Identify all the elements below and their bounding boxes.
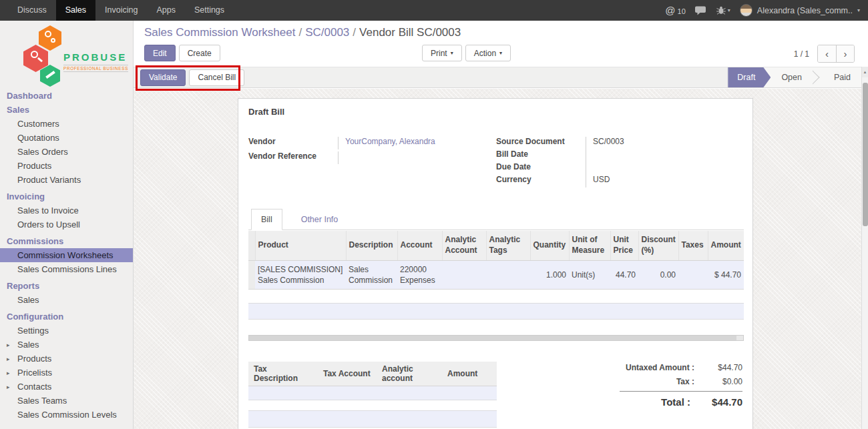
chat-bubble-icon xyxy=(695,6,707,15)
source-document-label: Source Document xyxy=(496,137,586,146)
gutter-column xyxy=(248,231,255,260)
create-button[interactable]: Create xyxy=(179,45,220,61)
menu-invoicing[interactable]: Invoicing xyxy=(95,0,147,21)
sidebar-item-dashboard[interactable]: Dashboard xyxy=(0,89,133,103)
debug-menu-button[interactable]: ▾ xyxy=(716,6,730,15)
sidebar-item-config-sales[interactable]: ▸Sales xyxy=(0,338,133,352)
col-analytic-tags: Analytic Tags xyxy=(486,231,530,260)
statusbar: Validate Cancel Bill Draft Open Paid xyxy=(134,67,861,88)
sidebar-item-customers[interactable]: Customers xyxy=(0,117,133,131)
chevron-left-icon: ‹ xyxy=(825,48,829,59)
sidebar-item-reports[interactable]: Reports xyxy=(0,279,133,293)
pager-previous-button[interactable]: ‹ xyxy=(818,45,836,62)
total-label: Total : xyxy=(661,396,690,408)
cell-product: [SALES COMMISSION] Sales Commission xyxy=(255,260,346,289)
tab-other-info[interactable]: Other Info xyxy=(292,209,348,230)
validate-button[interactable]: Validate xyxy=(140,69,186,86)
breadcrumb-separator: / xyxy=(298,26,302,39)
sidebar-item-configuration[interactable]: Configuration xyxy=(0,310,133,324)
user-menu[interactable]: Alexandra (Sales_comm.. ▾ xyxy=(740,4,860,17)
main-area: Sales Commission Worksheet/SC/0003/Vendo… xyxy=(134,21,868,429)
menu-discuss[interactable]: Discuss xyxy=(8,0,56,21)
pager-next-button[interactable]: › xyxy=(836,45,854,62)
vertical-scrollbar[interactable]: ▲ xyxy=(861,67,868,429)
sidebar-item-reports-sales[interactable]: Sales xyxy=(0,293,133,307)
col-tax-analytic-account: Analytic account xyxy=(377,362,442,386)
cell-analytic-account xyxy=(442,260,486,289)
sidebar-item-label: Pricelists xyxy=(17,368,52,378)
notebook-tabs: Bill Other Info xyxy=(248,209,744,230)
field-group-right: Source Document SC/0003 Bill Date Due Da… xyxy=(496,137,744,187)
action-dropdown-button[interactable]: Action▾ xyxy=(465,45,511,61)
caret-down-icon: ▾ xyxy=(499,50,502,56)
breadcrumb: Sales Commission Worksheet/SC/0003/Vendo… xyxy=(144,26,461,39)
sidebar-item-orders-to-upsell[interactable]: Orders to Upsell xyxy=(0,218,133,232)
row-gutter xyxy=(248,260,255,289)
vendor-value-link[interactable]: YourCompany, Alexandra xyxy=(338,137,482,149)
menu-apps[interactable]: Apps xyxy=(147,0,185,21)
source-document-value: SC/0003 xyxy=(586,137,744,149)
bill-date-label: Bill Date xyxy=(496,149,586,159)
status-draft[interactable]: Draft xyxy=(728,67,771,87)
col-unit-price: Unit Price xyxy=(610,231,638,260)
gear-icon xyxy=(51,38,55,43)
horizontal-scrollbar[interactable] xyxy=(248,335,744,341)
messages-button[interactable] xyxy=(695,6,707,15)
vendor-label: Vendor xyxy=(248,137,338,146)
sidebar-item-quotations[interactable]: Quotations xyxy=(0,131,133,145)
breadcrumb-worksheet-link[interactable]: Sales Commission Worksheet xyxy=(144,26,295,39)
menu-sales[interactable]: Sales xyxy=(56,0,95,21)
total-value: $44.70 xyxy=(690,396,742,408)
menu-settings[interactable]: Settings xyxy=(185,0,234,21)
chevron-separator-icon xyxy=(813,67,823,87)
sidebar-item-invoicing[interactable]: Invoicing xyxy=(0,189,133,203)
cell-unit-price: 44.70 xyxy=(610,260,638,289)
sidebar-item-label: Products xyxy=(17,354,51,364)
sidebar-item-sales[interactable]: Sales xyxy=(0,103,133,117)
form-view-background: Draft Bill Vendor YourCompany, Alexandra… xyxy=(134,89,861,429)
sidebar-item-config-products[interactable]: ▸Products xyxy=(0,352,133,366)
print-dropdown-button[interactable]: Print▾ xyxy=(422,45,462,61)
status-paid[interactable]: Paid xyxy=(823,67,861,87)
sidebar-item-sales-teams[interactable]: Sales Teams xyxy=(0,394,133,408)
table-row[interactable]: [SALES COMMISSION] Sales Commission Sale… xyxy=(248,260,744,289)
sidebar-item-commissions[interactable]: Commissions xyxy=(0,234,133,248)
cancel-bill-button[interactable]: Cancel Bill xyxy=(189,69,244,86)
sidebar-item-sales-to-invoice[interactable]: Sales to Invoice xyxy=(0,203,133,218)
sidebar-item-products[interactable]: Products xyxy=(0,159,133,173)
sidebar-item-contacts[interactable]: ▸Contacts xyxy=(0,380,133,394)
sidebar-item-commission-worksheets[interactable]: Commission Worksheets xyxy=(0,248,133,262)
breadcrumb-separator: / xyxy=(353,26,356,39)
status-open[interactable]: Open xyxy=(771,67,813,87)
at-icon: @ xyxy=(665,5,675,16)
vertical-scrollbar-thumb[interactable] xyxy=(863,83,868,226)
edit-button[interactable]: Edit xyxy=(144,45,176,61)
col-amount: Amount xyxy=(708,231,744,260)
logo-hexagon-tool xyxy=(40,65,60,87)
totals-block: Untaxed Amount : $44.70 Tax : $0.00 Tota… xyxy=(556,363,742,412)
tax-lines-table: Tax Description Tax Account Analytic acc… xyxy=(248,362,497,414)
tax-header-row: Tax Description Tax Account Analytic acc… xyxy=(248,362,497,386)
sidebar-item-product-variants[interactable]: Product Variants xyxy=(0,173,133,187)
sidebar-item-sales-commissions-lines[interactable]: Sales Commissions Lines xyxy=(0,262,133,276)
breadcrumb-sc0003-link[interactable]: SC/0003 xyxy=(305,26,349,39)
tab-bill[interactable]: Bill xyxy=(251,209,282,230)
status-pipeline: Draft Open Paid xyxy=(727,67,861,87)
untaxed-amount-label: Untaxed Amount : xyxy=(626,363,694,372)
pencil-icon xyxy=(45,71,55,79)
scrollbar-up-arrow[interactable]: ▲ xyxy=(862,67,868,77)
sidebar-item-sales-commission-levels[interactable]: Sales Commission Levels xyxy=(0,408,133,422)
caret-down-icon: ▾ xyxy=(728,7,730,13)
sidebar-item-settings[interactable]: Settings xyxy=(0,324,133,338)
tax-empty-row xyxy=(248,386,497,400)
control-panel: Sales Commission Worksheet/SC/0003/Vendo… xyxy=(134,21,868,67)
col-tax-account: Tax Account xyxy=(318,362,377,386)
sidebar-item-pricelists[interactable]: ▸Pricelists xyxy=(0,366,133,380)
pager: 1 / 1 ‹ › xyxy=(794,45,855,63)
sidebar-item-sales-orders[interactable]: Sales Orders xyxy=(0,145,133,159)
horizontal-scrollbar-thumb[interactable] xyxy=(249,336,736,340)
mention-counter[interactable]: @ 10 xyxy=(665,5,685,16)
top-navbar: Discuss Sales Invoicing Apps Settings @ … xyxy=(0,0,868,21)
col-discount: Discount (%) xyxy=(638,231,678,260)
cell-quantity: 1.000 xyxy=(530,260,569,289)
